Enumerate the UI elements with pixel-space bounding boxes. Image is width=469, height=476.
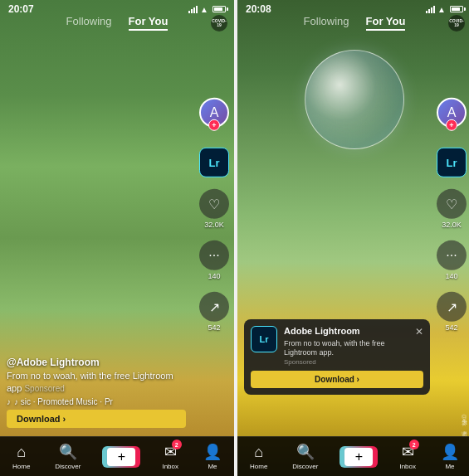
wifi-icon-right: ▲	[437, 5, 446, 14]
nav-discover-right[interactable]: 🔍 Discover	[292, 443, 318, 470]
right-sidebar-left: A + Lr ♡ 32.0K ··· 140 ↗ 542	[199, 98, 229, 332]
covid-badge-left: COVID-19	[211, 15, 227, 32]
inbox-wrapper-right: ✉ 2	[402, 443, 414, 461]
like-icon-left: ♡	[199, 189, 229, 219]
for-you-tab-left[interactable]: For You	[129, 15, 169, 31]
comment-icon-left: ···	[199, 240, 229, 270]
inbox-label-right: Inbox	[399, 463, 416, 470]
signal-icon-right	[426, 5, 435, 13]
sponsored-left: Sponsored	[24, 384, 64, 393]
covid-badge-right: COVID-19	[448, 15, 465, 32]
follow-plus-left[interactable]: +	[208, 119, 220, 131]
following-tab-left[interactable]: Following	[66, 15, 112, 31]
nav-create-right[interactable]: +	[343, 446, 374, 468]
lr-icon-right: Lr	[437, 148, 467, 177]
lr-icon-left: Lr	[199, 148, 229, 177]
share-action-right[interactable]: ↗ 542	[437, 292, 467, 332]
me-icon-right: 👤	[441, 443, 459, 461]
time-right: 20:08	[246, 3, 271, 15]
nav-me-left[interactable]: 👤 Me	[203, 443, 222, 470]
ad-description-right: From no to woah, with the free Lightroom…	[284, 339, 408, 358]
username-left: @Adobe Lightroom	[7, 357, 186, 368]
like-count-left: 32.0K	[204, 221, 224, 229]
watermark: 头条@Tk贤者	[460, 414, 468, 426]
create-plus-right: +	[343, 446, 374, 468]
ad-card-header-right: Lr Adobe Lightroom From no to woah, with…	[251, 326, 423, 366]
lr-app-icon-left[interactable]: Lr	[199, 148, 229, 177]
like-action-right[interactable]: ♡ 32.0K	[437, 189, 467, 229]
me-label-right: Me	[445, 463, 454, 470]
nav-tabs-left: Following For You	[0, 15, 234, 31]
battery-icon-left	[213, 6, 226, 12]
home-label-right: Home	[250, 463, 267, 470]
comment-action-right[interactable]: ··· 140	[437, 240, 467, 280]
music-icon-left: ♪	[7, 397, 11, 406]
discover-icon-left: 🔍	[59, 443, 77, 461]
share-icon-left: ↗	[199, 292, 229, 322]
ad-close-button-right[interactable]: ✕	[415, 326, 423, 338]
status-icons-left: ▲	[188, 5, 226, 14]
status-icons-right: ▲	[426, 5, 463, 14]
comment-count-right: 140	[445, 272, 457, 280]
ad-title-right: Adobe Lightroom	[284, 326, 408, 337]
bottom-nav-left: ⌂ Home 🔍 Discover + ✉ 2 Inbox 👤 Me	[0, 436, 234, 476]
avatar-icon-left: A	[210, 105, 219, 120]
comment-action-left[interactable]: ··· 140	[199, 240, 229, 280]
time-left: 20:07	[8, 3, 34, 15]
share-action-left[interactable]: ↗ 542	[199, 292, 229, 332]
ad-download-text-right: Download ›	[315, 375, 359, 384]
discover-label-right: Discover	[292, 463, 318, 470]
music-text-left: ♪ sic · Promoted Music · Pr	[14, 397, 113, 406]
bubble-overlay	[305, 50, 404, 149]
like-action-left[interactable]: ♡ 32.0K	[199, 189, 229, 229]
me-icon-left: 👤	[203, 443, 222, 461]
ad-lr-icon-right: Lr	[251, 326, 277, 352]
avatar-icon-right: A	[447, 105, 457, 120]
lr-app-icon-right[interactable]: Lr	[437, 148, 467, 177]
nav-home-left[interactable]: ⌂ Home	[12, 444, 30, 470]
home-label-left: Home	[12, 463, 30, 470]
nav-inbox-left[interactable]: ✉ 2 Inbox	[162, 443, 178, 470]
phone-left: 20:07 ▲ Following For You COVID-19 A +	[0, 0, 234, 476]
description-left: From no to woah, with the free Lightroom…	[7, 370, 186, 394]
nav-discover-left[interactable]: 🔍 Discover	[55, 443, 81, 470]
covid-text-left: COVID-19	[211, 19, 227, 27]
bottom-nav-right: ⌂ Home 🔍 Discover + ✉ 2 Inbox 👤 Me	[237, 436, 469, 476]
nav-me-right[interactable]: 👤 Me	[441, 443, 459, 470]
avatar-right[interactable]: A +	[437, 98, 467, 128]
discover-icon-right: 🔍	[296, 443, 315, 461]
download-text-left: Download ›	[17, 414, 66, 424]
like-icon-right: ♡	[437, 189, 467, 219]
covid-text-right: COVID-19	[448, 19, 465, 27]
follow-plus-right[interactable]: +	[446, 119, 457, 131]
comment-icon-right: ···	[437, 240, 467, 270]
nav-home-right[interactable]: ⌂ Home	[250, 444, 267, 470]
ad-card-right: Lr Adobe Lightroom From no to woah, with…	[244, 319, 430, 395]
music-bar-left: ♪ ♪ sic · Promoted Music · Pr	[7, 397, 186, 406]
home-icon-right: ⌂	[254, 444, 263, 461]
create-plus-inner-left: +	[107, 448, 135, 466]
ad-sponsored-right: Sponsored	[284, 358, 408, 366]
ad-content-right: Adobe Lightroom From no to woah, with th…	[284, 326, 408, 366]
nav-create-left[interactable]: +	[105, 446, 137, 468]
home-icon-left: ⌂	[17, 444, 26, 461]
signal-icon-left	[188, 5, 198, 13]
for-you-tab-right[interactable]: For You	[366, 15, 406, 31]
comment-count-left: 140	[208, 272, 220, 280]
wifi-icon-left: ▲	[200, 5, 208, 14]
right-sidebar-right: A + Lr ♡ 32.0K ··· 140 ↗ 542	[437, 98, 467, 332]
me-label-left: Me	[208, 463, 217, 470]
share-icon-right: ↗	[437, 292, 467, 322]
following-tab-right[interactable]: Following	[304, 15, 349, 31]
download-btn-left[interactable]: Download ›	[7, 410, 186, 428]
nav-inbox-right[interactable]: ✉ 2 Inbox	[399, 443, 416, 470]
phone-right: 20:08 ▲ Following For You COVID-19 A +	[237, 0, 469, 476]
like-count-right: 32.0K	[442, 221, 462, 229]
battery-icon-right	[450, 6, 463, 12]
inbox-badge-left: 2	[172, 440, 182, 449]
ad-download-btn-right[interactable]: Download ›	[251, 371, 423, 388]
avatar-left[interactable]: A +	[199, 98, 229, 128]
nav-tabs-right: Following For You	[237, 15, 469, 31]
inbox-badge-right: 2	[409, 440, 419, 449]
bottom-info-left: @Adobe Lightroom From no to woah, with t…	[0, 357, 193, 428]
